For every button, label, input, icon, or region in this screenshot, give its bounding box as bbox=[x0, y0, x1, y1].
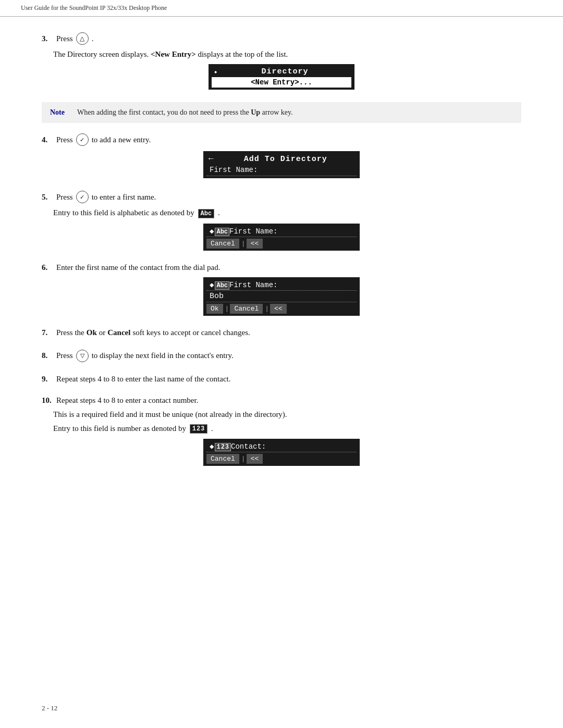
contact-row: ◆123Contact: bbox=[206, 441, 357, 452]
first-name-bob-wrapper: ◆AbcFirst Name: Bob Ok | Cancel | << bbox=[42, 277, 521, 316]
sep-5: | bbox=[240, 239, 247, 249]
step-10-required: This is a required field and it must be … bbox=[53, 410, 287, 418]
sep-10: | bbox=[240, 454, 247, 464]
first-name-abc-screen: ◆AbcFirst Name: Cancel | << bbox=[203, 224, 360, 251]
step-9-line: 9. Repeat steps 4 to 8 to enter the last… bbox=[42, 375, 521, 384]
step-4-press: Press bbox=[56, 135, 73, 144]
fname-abc-badge: Abc bbox=[215, 228, 229, 236]
num-indicator-10: 123 bbox=[190, 424, 208, 434]
step-5-text: Press ✓ to enter a first name. bbox=[56, 191, 156, 203]
main-content: 3. Press △ . The Directory screen displa… bbox=[0, 17, 563, 510]
step-9-text: Repeat steps 4 to 8 to enter the last na… bbox=[56, 375, 230, 384]
note-label: Note bbox=[50, 108, 69, 117]
fname-diamond: ◆ bbox=[210, 227, 214, 236]
step-3-description: The Directory screen displays. <New Entr… bbox=[53, 50, 521, 59]
cancel-bold: Cancel bbox=[107, 328, 130, 337]
step-7-line: 7. Press the Ok or Cancel soft keys to a… bbox=[42, 328, 521, 337]
step-10-text: Repeat steps 4 to 8 to enter a contact n… bbox=[56, 396, 198, 405]
contact-num-badge: 123 bbox=[215, 443, 231, 451]
step-10-subline2: Entry to this field is number as denoted… bbox=[53, 424, 521, 434]
step-3-line: 3. Press △ . bbox=[42, 32, 521, 45]
contact-screen: ◆123Contact: Cancel | << bbox=[203, 439, 360, 466]
step-10-subline1: This is a required field and it must be … bbox=[53, 410, 521, 419]
step-7-text: Press the Ok or Cancel soft keys to acce… bbox=[56, 328, 250, 337]
add-dir-header: ← Add To Directory bbox=[206, 153, 357, 165]
sep-6b: | bbox=[264, 304, 270, 314]
add-directory-screen: ← Add To Directory First Name: bbox=[203, 151, 360, 178]
fname-abc-softkeys: Cancel | << bbox=[206, 239, 357, 249]
add-dir-field: First Name: bbox=[206, 165, 357, 176]
check-icon-5: ✓ bbox=[76, 191, 89, 203]
first-name-bob-screen: ◆AbcFirst Name: Bob Ok | Cancel | << bbox=[203, 277, 360, 316]
step-7: 7. Press the Ok or Cancel soft keys to a… bbox=[42, 328, 521, 337]
step-8-text: Press ▽ to display the next field in the… bbox=[56, 350, 234, 362]
down-arrow-icon: ▽ bbox=[76, 350, 89, 362]
step-5-press: Press bbox=[56, 193, 73, 202]
step-5: 5. Press ✓ to enter a first name. Entry … bbox=[42, 191, 521, 251]
fname-bob-label: First Name: bbox=[229, 281, 277, 289]
fname-bob-diamond: ◆ bbox=[210, 281, 214, 289]
contact-screen-wrapper: ◆123Contact: Cancel | << bbox=[42, 439, 521, 466]
contact-label: Contact: bbox=[231, 442, 266, 451]
step-10: 10. Repeat steps 4 to 8 to enter a conta… bbox=[42, 396, 521, 466]
step-3: 3. Press △ . The Directory screen displa… bbox=[42, 32, 521, 90]
step-4-line: 4. Press ✓ to add a new entry. bbox=[42, 133, 521, 146]
step-10-denoted: Entry to this field is number as denoted… bbox=[53, 424, 186, 433]
step-4-suffix: to add a new entry. bbox=[92, 135, 151, 144]
step-4: 4. Press ✓ to add a new entry. ← Add To … bbox=[42, 133, 521, 178]
step-4-text: Press ✓ to add a new entry. bbox=[56, 133, 151, 146]
add-dir-arrow-icon: ← bbox=[209, 154, 214, 164]
step-9-number: 9. bbox=[42, 375, 53, 384]
note-bold: Up bbox=[251, 108, 260, 116]
ok-bold: Ok bbox=[87, 328, 97, 337]
contact-softkeys: Cancel | << bbox=[206, 454, 357, 464]
contact-diamond: ◆ bbox=[210, 442, 214, 451]
fname-bob-header-row: ◆AbcFirst Name: bbox=[206, 279, 357, 291]
step-8-line: 8. Press ▽ to display the next field in … bbox=[42, 350, 521, 362]
step-7-number: 7. bbox=[42, 328, 53, 337]
fname-bob-softkeys: Ok | Cancel | << bbox=[206, 304, 357, 314]
note-box: Note When adding the first contact, you … bbox=[42, 102, 521, 123]
abc-indicator-5: Abc bbox=[198, 209, 215, 218]
step-9: 9. Repeat steps 4 to 8 to enter the last… bbox=[42, 375, 521, 384]
step-3-number: 3. bbox=[42, 34, 53, 43]
first-name-abc-wrapper: ◆AbcFirst Name: Cancel | << bbox=[42, 224, 521, 251]
step-6-line: 6. Enter the first name of the contact f… bbox=[42, 263, 521, 272]
cancel-softkey-10: Cancel bbox=[206, 454, 239, 464]
step-3-text: Press △ . bbox=[56, 32, 93, 45]
step-10-number: 10. bbox=[42, 396, 53, 405]
directory-title: Directory bbox=[221, 67, 349, 76]
fname-label: First Name: bbox=[229, 227, 277, 236]
step-3-suffix: . bbox=[92, 34, 94, 43]
step-8: 8. Press ▽ to display the next field in … bbox=[42, 350, 521, 362]
up-arrow-icon: △ bbox=[76, 32, 89, 45]
step-6-desc: Enter the first name of the contact from… bbox=[56, 263, 220, 272]
check-icon-4: ✓ bbox=[76, 133, 89, 146]
step-6-text: Enter the first name of the contact from… bbox=[56, 263, 220, 272]
page-header: User Guide for the SoundPoint IP 32x/33x… bbox=[0, 0, 563, 17]
step-3-press: Press bbox=[56, 34, 73, 43]
step-5-line: 5. Press ✓ to enter a first name. bbox=[42, 191, 521, 203]
directory-screen: ⬥ Directory <New Entry>... bbox=[209, 64, 354, 90]
note-content: When adding the first contact, you do no… bbox=[77, 108, 513, 117]
ok-softkey: Ok bbox=[206, 304, 223, 314]
back-softkey-10: << bbox=[247, 454, 263, 464]
step-8-press: Press bbox=[56, 351, 73, 360]
add-directory-screen-wrapper: ← Add To Directory First Name: bbox=[42, 151, 521, 178]
sep-6a: | bbox=[224, 304, 230, 314]
step-10-line: 10. Repeat steps 4 to 8 to enter a conta… bbox=[42, 396, 521, 405]
cancel-softkey-5: Cancel bbox=[206, 239, 239, 249]
back-softkey-5: << bbox=[247, 239, 263, 249]
header-text: User Guide for the SoundPoint IP 32x/33x… bbox=[21, 4, 167, 11]
directory-arrow-icon: ⬥ bbox=[214, 68, 217, 76]
fname-abc-row: ◆AbcFirst Name: bbox=[206, 226, 357, 237]
step-6: 6. Enter the first name of the contact f… bbox=[42, 263, 521, 316]
step-5-sub: Entry to this field is alphabetic as den… bbox=[53, 208, 194, 217]
note-text: When adding the first contact, you do no… bbox=[77, 108, 249, 116]
step-8-suffix: to display the next field in the contact… bbox=[92, 351, 234, 360]
step-5-subtext: Entry to this field is alphabetic as den… bbox=[53, 208, 521, 218]
step-5-suffix: to enter a first name. bbox=[92, 193, 156, 202]
fname-bob-badge: Abc bbox=[215, 281, 229, 290]
step-8-number: 8. bbox=[42, 351, 53, 360]
fname-bob-value: Bob bbox=[206, 291, 357, 302]
